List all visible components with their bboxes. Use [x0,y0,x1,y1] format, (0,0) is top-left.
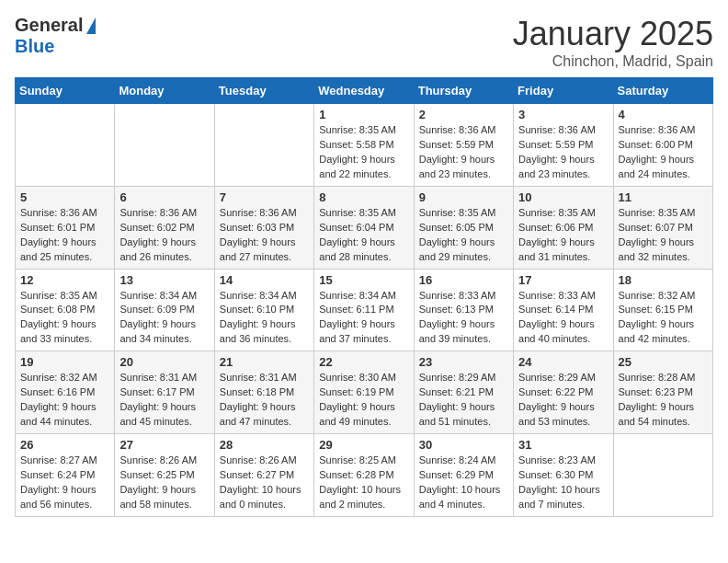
calendar-cell [16,104,115,187]
calendar-header-wednesday: Wednesday [314,78,414,104]
day-number: 13 [119,273,209,287]
day-info: Sunrise: 8:29 AM Sunset: 6:22 PM Dayligh… [518,371,608,430]
day-number: 17 [518,273,608,287]
calendar-table: SundayMondayTuesdayWednesdayThursdayFrid… [15,77,713,517]
calendar-header-thursday: Thursday [414,78,513,104]
day-info: Sunrise: 8:35 AM Sunset: 6:08 PM Dayligh… [20,289,109,348]
day-number: 21 [220,355,309,369]
calendar-week-row: 12Sunrise: 8:35 AM Sunset: 6:08 PM Dayli… [16,269,713,351]
calendar-cell: 24Sunrise: 8:29 AM Sunset: 6:22 PM Dayli… [514,351,613,434]
day-number: 12 [20,273,109,287]
calendar-cell: 9Sunrise: 8:35 AM Sunset: 6:05 PM Daylig… [414,186,513,269]
calendar-header-sunday: Sunday [16,78,115,104]
day-info: Sunrise: 8:35 AM Sunset: 6:06 PM Dayligh… [518,206,608,265]
day-info: Sunrise: 8:32 AM Sunset: 6:15 PM Dayligh… [619,289,708,348]
day-info: Sunrise: 8:32 AM Sunset: 6:16 PM Dayligh… [20,371,109,430]
day-number: 25 [619,355,708,369]
calendar-cell: 7Sunrise: 8:36 AM Sunset: 6:03 PM Daylig… [214,186,313,269]
day-info: Sunrise: 8:28 AM Sunset: 6:23 PM Dayligh… [619,371,708,430]
day-info: Sunrise: 8:34 AM Sunset: 6:09 PM Dayligh… [119,289,209,348]
calendar-cell: 11Sunrise: 8:35 AM Sunset: 6:07 PM Dayli… [613,186,712,269]
day-number: 5 [20,190,109,204]
day-number: 18 [619,273,708,287]
day-info: Sunrise: 8:26 AM Sunset: 6:25 PM Dayligh… [119,454,209,512]
calendar-cell: 30Sunrise: 8:24 AM Sunset: 6:29 PM Dayli… [414,434,513,517]
calendar-cell [613,434,712,517]
day-info: Sunrise: 8:31 AM Sunset: 6:17 PM Dayligh… [119,371,209,430]
day-info: Sunrise: 8:35 AM Sunset: 6:05 PM Dayligh… [419,206,508,265]
calendar-header-tuesday: Tuesday [214,78,313,104]
day-info: Sunrise: 8:36 AM Sunset: 6:03 PM Dayligh… [220,206,309,265]
calendar-cell: 21Sunrise: 8:31 AM Sunset: 6:18 PM Dayli… [214,351,313,434]
day-info: Sunrise: 8:34 AM Sunset: 6:10 PM Dayligh… [220,289,309,348]
calendar-cell: 17Sunrise: 8:33 AM Sunset: 6:14 PM Dayli… [514,269,613,351]
day-info: Sunrise: 8:34 AM Sunset: 6:11 PM Dayligh… [319,289,408,348]
day-number: 24 [518,355,608,369]
day-info: Sunrise: 8:33 AM Sunset: 6:14 PM Dayligh… [518,289,608,348]
calendar-cell: 29Sunrise: 8:25 AM Sunset: 6:28 PM Dayli… [314,434,414,517]
day-info: Sunrise: 8:35 AM Sunset: 6:07 PM Dayligh… [619,206,708,265]
calendar-cell: 3Sunrise: 8:36 AM Sunset: 5:59 PM Daylig… [514,104,613,187]
day-number: 27 [119,438,209,452]
day-number: 28 [220,438,309,452]
page-header: General Blue January 2025 Chinchon, Madr… [15,15,713,70]
month-title: January 2025 [513,15,713,53]
day-number: 4 [619,108,708,121]
day-info: Sunrise: 8:35 AM Sunset: 5:58 PM Dayligh… [319,123,408,182]
logo-triangle-icon [86,17,96,34]
day-number: 2 [419,108,508,121]
day-number: 20 [119,355,209,369]
calendar-cell [214,104,313,187]
calendar-week-row: 1Sunrise: 8:35 AM Sunset: 5:58 PM Daylig… [16,104,713,187]
day-number: 11 [619,190,708,204]
day-number: 6 [119,190,209,204]
calendar-cell: 19Sunrise: 8:32 AM Sunset: 6:16 PM Dayli… [16,351,115,434]
calendar-cell: 25Sunrise: 8:28 AM Sunset: 6:23 PM Dayli… [613,351,712,434]
day-info: Sunrise: 8:35 AM Sunset: 6:04 PM Dayligh… [319,206,408,265]
location-text: Chinchon, Madrid, Spain [513,53,713,70]
calendar-header-saturday: Saturday [613,78,712,104]
calendar-cell: 31Sunrise: 8:23 AM Sunset: 6:30 PM Dayli… [514,434,613,517]
day-number: 31 [518,438,608,452]
calendar-week-row: 5Sunrise: 8:36 AM Sunset: 6:01 PM Daylig… [16,186,713,269]
day-info: Sunrise: 8:33 AM Sunset: 6:13 PM Dayligh… [419,289,508,348]
day-number: 8 [319,190,408,204]
calendar-cell: 6Sunrise: 8:36 AM Sunset: 6:02 PM Daylig… [115,186,214,269]
day-info: Sunrise: 8:25 AM Sunset: 6:28 PM Dayligh… [319,454,408,512]
day-number: 26 [20,438,109,452]
day-info: Sunrise: 8:36 AM Sunset: 5:59 PM Dayligh… [419,123,508,182]
calendar-header-row: SundayMondayTuesdayWednesdayThursdayFrid… [16,78,713,104]
day-number: 22 [319,355,408,369]
calendar-cell: 15Sunrise: 8:34 AM Sunset: 6:11 PM Dayli… [314,269,414,351]
day-info: Sunrise: 8:36 AM Sunset: 6:00 PM Dayligh… [619,123,708,182]
calendar-cell: 16Sunrise: 8:33 AM Sunset: 6:13 PM Dayli… [414,269,513,351]
day-info: Sunrise: 8:36 AM Sunset: 6:02 PM Dayligh… [119,206,209,265]
calendar-cell: 14Sunrise: 8:34 AM Sunset: 6:10 PM Dayli… [214,269,313,351]
day-info: Sunrise: 8:24 AM Sunset: 6:29 PM Dayligh… [419,454,508,512]
day-number: 19 [20,355,109,369]
day-number: 14 [220,273,309,287]
day-number: 3 [518,108,608,121]
day-number: 23 [419,355,508,369]
day-number: 30 [419,438,508,452]
logo: General Blue [15,15,96,57]
calendar-cell: 18Sunrise: 8:32 AM Sunset: 6:15 PM Dayli… [613,269,712,351]
calendar-cell: 5Sunrise: 8:36 AM Sunset: 6:01 PM Daylig… [16,186,115,269]
calendar-cell [115,104,214,187]
calendar-cell: 12Sunrise: 8:35 AM Sunset: 6:08 PM Dayli… [16,269,115,351]
day-info: Sunrise: 8:29 AM Sunset: 6:21 PM Dayligh… [419,371,508,430]
day-info: Sunrise: 8:23 AM Sunset: 6:30 PM Dayligh… [518,454,608,512]
day-info: Sunrise: 8:27 AM Sunset: 6:24 PM Dayligh… [20,454,109,512]
calendar-cell: 22Sunrise: 8:30 AM Sunset: 6:19 PM Dayli… [314,351,414,434]
day-number: 15 [319,273,408,287]
logo-blue-text: Blue [15,36,54,57]
day-number: 7 [220,190,309,204]
title-block: January 2025 Chinchon, Madrid, Spain [513,15,713,70]
calendar-cell: 26Sunrise: 8:27 AM Sunset: 6:24 PM Dayli… [16,434,115,517]
calendar-cell: 10Sunrise: 8:35 AM Sunset: 6:06 PM Dayli… [514,186,613,269]
calendar-cell: 28Sunrise: 8:26 AM Sunset: 6:27 PM Dayli… [214,434,313,517]
day-number: 16 [419,273,508,287]
day-info: Sunrise: 8:31 AM Sunset: 6:18 PM Dayligh… [220,371,309,430]
calendar-week-row: 19Sunrise: 8:32 AM Sunset: 6:16 PM Dayli… [16,351,713,434]
calendar-cell: 23Sunrise: 8:29 AM Sunset: 6:21 PM Dayli… [414,351,513,434]
